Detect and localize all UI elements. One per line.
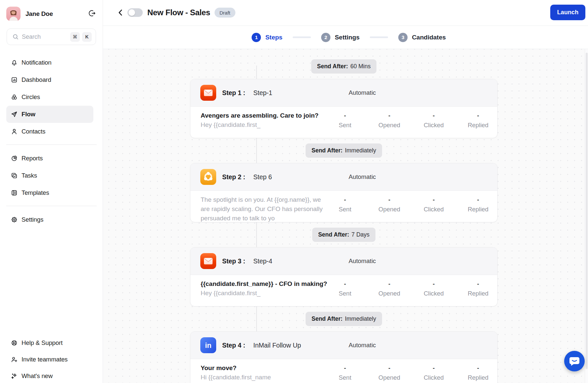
stepper-label: Candidates xyxy=(412,34,446,41)
stepper-connector xyxy=(370,36,388,38)
sidebar-item-reports[interactable]: Reports xyxy=(6,150,93,167)
sidebar-item-tasks[interactable]: Tasks xyxy=(6,167,93,184)
send-after-label: Send After: xyxy=(312,315,343,322)
stepper-step-steps[interactable]: 1 Steps xyxy=(252,33,282,42)
message-subject: Your move? xyxy=(201,363,335,373)
chat-launcher-button[interactable] xyxy=(564,351,585,371)
kbd-k: K xyxy=(82,32,92,42)
sidebar-item-label: Dashboard xyxy=(22,76,51,83)
send-after-value: 60 Mins xyxy=(350,63,370,70)
sidebar-item-flow[interactable]: Flow xyxy=(6,106,93,123)
send-after-badge[interactable]: Send After: 7 Days xyxy=(312,228,375,242)
sidebar-item-label: Invite teammates xyxy=(22,356,68,363)
send-after-badge[interactable]: Send After: Immediately xyxy=(306,143,382,158)
step-card-body: Your move?Hi {{candidate.first_name - Se… xyxy=(190,359,497,383)
sidebar-item-what-s-new[interactable]: What's new xyxy=(6,368,93,383)
user-profile[interactable]: Jane Doe xyxy=(0,0,103,27)
vertical-scrollbar[interactable] xyxy=(585,49,588,383)
sidebar-item-help-support[interactable]: Help & Support xyxy=(6,335,93,351)
sidebar-item-dashboard[interactable]: Dashboard xyxy=(6,71,93,88)
stat-value: - xyxy=(369,364,409,373)
sidebar-nav-main: Notification Dashboard Circles Flow Cont… xyxy=(0,54,103,140)
sidebar-item-templates[interactable]: Templates xyxy=(6,184,93,201)
send-after-badge[interactable]: Send After: Immediately xyxy=(306,312,382,326)
stats-row: - Sent - Opened - Clicked - Replied xyxy=(325,280,498,298)
sidebar-item-label: Notification xyxy=(22,59,51,66)
stat-sent: - Sent xyxy=(325,364,365,382)
toggle-knob xyxy=(128,9,135,16)
stepper-number: 1 xyxy=(252,33,261,42)
flow-step-card[interactable]: Step 3 : Step-4 Automatic {{candidate.fi… xyxy=(190,247,498,306)
stat-replied: - Replied xyxy=(458,111,498,130)
send-after-label: Send After: xyxy=(312,147,343,154)
flow-step-card[interactable]: Step 2 : Step 6 Automatic The spotlight … xyxy=(190,163,498,222)
page-title: New Flow - Sales xyxy=(147,8,210,17)
stat-label: Sent xyxy=(325,204,365,214)
main-area: New Flow - Sales Draft Launch 1 Steps2 S… xyxy=(103,0,588,383)
stat-value: - xyxy=(369,111,409,120)
logout-icon[interactable] xyxy=(88,10,96,18)
search-bar[interactable]: ⌘ K xyxy=(7,28,96,45)
stat-value: - xyxy=(414,111,454,120)
stat-sent: - Sent xyxy=(325,111,365,130)
email-app-icon xyxy=(200,253,216,269)
send-after-label: Send After: xyxy=(317,63,348,70)
sidebar-nav-tools: Reports Tasks Templates xyxy=(0,150,103,201)
scrollbar-thumb[interactable] xyxy=(586,53,588,369)
stat-opened: - Opened xyxy=(369,195,409,214)
sidebar-item-invite-teammates[interactable]: Invite teammates xyxy=(6,351,93,368)
send-after-badge[interactable]: Send After: 60 Mins xyxy=(311,59,377,74)
message-preview: Hey {{candidate.first_ xyxy=(201,120,335,130)
sidebar-item-label: Flow xyxy=(22,111,35,118)
stat-opened: - Opened xyxy=(369,280,409,298)
stat-label: Sent xyxy=(325,373,365,382)
stat-label: Opened xyxy=(369,204,409,214)
back-button[interactable] xyxy=(116,9,125,17)
sidebar-item-circles[interactable]: Circles xyxy=(6,88,93,106)
stepper-step-candidates[interactable]: 3 Candidates xyxy=(398,33,446,42)
step-name: InMail Follow Up xyxy=(253,342,301,349)
sparkles-icon xyxy=(11,373,18,379)
send-icon xyxy=(11,111,18,118)
message-muted: are rapidly scaling. Our CFO has persona… xyxy=(201,204,335,214)
flow-active-toggle[interactable] xyxy=(127,8,143,17)
sidebar: Jane Doe ⌘ K Notification Dashboard Circ… xyxy=(0,0,103,383)
stat-label: Opened xyxy=(369,289,409,298)
step-card-body: Avengers are assembling. Care to join?He… xyxy=(190,107,497,138)
stats-row: - Sent - Opened - Clicked - Replied xyxy=(325,195,498,214)
stat-label: Replied xyxy=(458,289,498,298)
sidebar-item-contacts[interactable]: Contacts xyxy=(6,123,93,140)
stat-replied: - Replied xyxy=(458,280,498,298)
person-plus-icon xyxy=(11,356,18,363)
stat-clicked: - Clicked xyxy=(414,111,454,130)
stepper-connector xyxy=(293,36,311,38)
flow-step-card[interactable]: Step 1 : Step-1 Automatic Avengers are a… xyxy=(190,79,498,138)
svg-text:in: in xyxy=(205,341,212,350)
sidebar-item-label: Templates xyxy=(22,189,49,196)
stat-label: Clicked xyxy=(414,373,454,382)
search-input[interactable] xyxy=(22,33,68,40)
sidebar-item-settings[interactable]: Settings xyxy=(6,211,93,228)
message-preview: Hi {{candidate.first_name xyxy=(201,373,335,382)
status-badge: Draft xyxy=(215,8,235,18)
message-block: Your move?Hi {{candidate.first_name xyxy=(201,363,335,382)
avatar xyxy=(6,7,21,21)
message-preview: Hey {{candidate.first_ xyxy=(201,289,335,298)
stat-label: Opened xyxy=(369,120,409,130)
life-buoy-icon xyxy=(11,340,18,346)
flow-step-card[interactable]: in Step 4 : InMail Follow Up Automatic Y… xyxy=(190,331,498,383)
step-mode: Automatic xyxy=(349,342,376,349)
person-icon xyxy=(11,128,18,135)
stepper-label: Steps xyxy=(265,34,282,41)
sidebar-item-notification[interactable]: Notification xyxy=(6,54,93,71)
search-icon xyxy=(12,33,19,40)
step-card-header: in Step 4 : InMail Follow Up Automatic xyxy=(190,332,497,359)
stat-value: - xyxy=(414,280,454,289)
stepper-step-settings[interactable]: 2 Settings xyxy=(321,33,360,42)
message-muted: persuaded me to talk to yo xyxy=(201,214,335,222)
message-block: {{candidate.first_name}} - CFO in making… xyxy=(201,279,335,298)
sidebar-item-label: Tasks xyxy=(22,172,37,179)
step-mode: Automatic xyxy=(349,89,376,96)
community-app-icon xyxy=(200,169,216,185)
launch-button[interactable]: Launch xyxy=(550,5,585,20)
